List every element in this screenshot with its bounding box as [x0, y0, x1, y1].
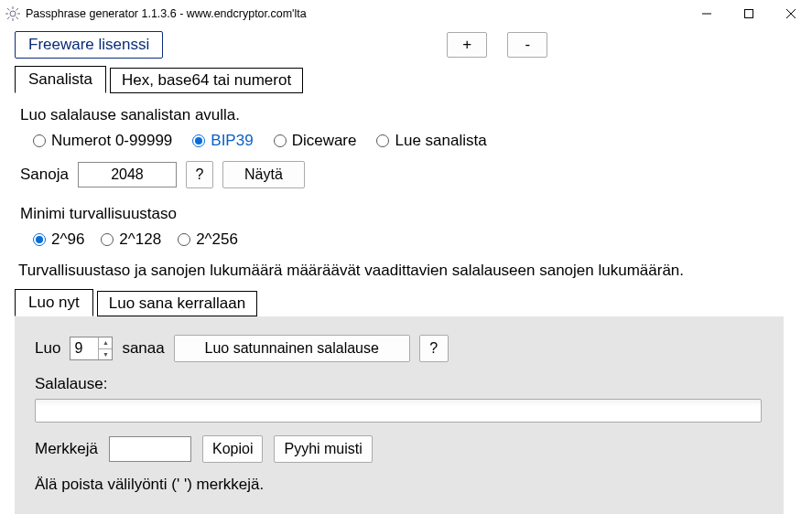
generate-help-button[interactable]: ? [419, 335, 449, 362]
radio-label: BIP39 [211, 132, 253, 150]
radio-icon [101, 233, 114, 246]
svg-line-5 [7, 8, 10, 11]
chars-count-output [109, 436, 191, 462]
tab-wordlist[interactable]: Sanalista [15, 66, 106, 93]
radio-numbers-0-99999[interactable]: Numerot 0-99999 [33, 132, 172, 150]
maximize-button[interactable] [728, 0, 770, 27]
radio-2-96[interactable]: 2^96 [33, 230, 84, 249]
svg-line-8 [16, 8, 19, 11]
app-icon [5, 6, 20, 21]
generate-tabs: Luo nyt Luo sana kerrallaan [15, 289, 797, 316]
tab-generate-now[interactable]: Luo nyt [15, 289, 93, 316]
security-level-label: Minimi turvallisuustaso [20, 205, 797, 223]
passphrase-label: Salalause: [35, 375, 763, 393]
make-label-suffix: sanaa [122, 339, 164, 358]
radio-label: 2^256 [196, 230, 238, 249]
generate-panel: Luo ▲ ▼ sanaa Luo satunnainen salalause … [15, 316, 784, 514]
svg-point-0 [10, 11, 16, 16]
passphrase-output[interactable] [35, 399, 762, 423]
word-count-input[interactable] [70, 337, 98, 359]
radio-2-256[interactable]: 2^256 [178, 230, 238, 249]
radio-icon [178, 233, 190, 246]
svg-line-6 [16, 17, 19, 20]
make-label-prefix: Luo [35, 339, 60, 358]
window-title: Passphrase generator 1.1.3.6 - www.endcr… [26, 7, 307, 20]
wordlist-intro: Luo salalause sanalistan avulla. [20, 106, 797, 124]
radio-icon [33, 233, 46, 246]
titlebar: Passphrase generator 1.1.3.6 - www.endcr… [0, 0, 812, 27]
chevron-up-icon[interactable]: ▲ [99, 337, 112, 349]
chevron-down-icon[interactable]: ▼ [99, 349, 112, 360]
words-count-input[interactable] [78, 162, 177, 187]
close-button[interactable] [770, 0, 812, 27]
radio-icon [274, 134, 287, 147]
wordlist-type-group: Numerot 0-99999 BIP39 Diceware Lue sanal… [33, 132, 797, 150]
radio-2-128[interactable]: 2^128 [101, 230, 161, 249]
generate-passphrase-button[interactable]: Luo satunnainen salalause [174, 335, 410, 362]
wipe-memory-button[interactable]: Pyyhi muisti [274, 435, 372, 463]
space-note: Älä poista välilyönti (' ') merkkejä. [35, 476, 763, 494]
radio-icon [192, 134, 205, 147]
main-tabs: Sanalista Hex, base64 tai numerot [15, 66, 797, 93]
license-button[interactable]: Freeware lisenssi [15, 31, 163, 59]
radio-diceware[interactable]: Diceware [274, 132, 357, 150]
tab-hex-base64-numbers[interactable]: Hex, base64 tai numerot [110, 68, 303, 93]
word-count-spinner[interactable]: ▲ ▼ [70, 337, 113, 360]
radio-icon [376, 134, 389, 147]
font-increase-button[interactable]: + [447, 32, 487, 58]
copy-button[interactable]: Kopioi [202, 435, 263, 463]
radio-label: Lue sanalista [395, 132, 486, 150]
security-level-group: 2^96 2^128 2^256 [33, 230, 797, 249]
words-help-button[interactable]: ? [186, 161, 213, 188]
security-description: Turvallisuustaso ja sanojen lukumäärä mä… [18, 262, 797, 280]
spinner-arrows[interactable]: ▲ ▼ [98, 337, 112, 359]
radio-label: Diceware [292, 132, 357, 150]
radio-label: Numerot 0-99999 [51, 132, 172, 150]
radio-label: 2^128 [119, 230, 161, 249]
tab-generate-one-by-one[interactable]: Luo sana kerrallaan [97, 291, 257, 316]
radio-icon [33, 134, 46, 147]
radio-read-wordlist[interactable]: Lue sanalista [376, 132, 486, 150]
minimize-button[interactable] [686, 0, 728, 27]
radio-label: 2^96 [51, 230, 84, 249]
radio-bip39[interactable]: BIP39 [192, 132, 253, 150]
chars-label: Merkkejä [35, 440, 98, 458]
font-decrease-button[interactable]: - [507, 32, 547, 58]
words-count-label: Sanoja [20, 166, 69, 184]
svg-rect-10 [745, 10, 753, 18]
svg-line-7 [7, 17, 10, 20]
show-wordlist-button[interactable]: Näytä [222, 161, 305, 188]
